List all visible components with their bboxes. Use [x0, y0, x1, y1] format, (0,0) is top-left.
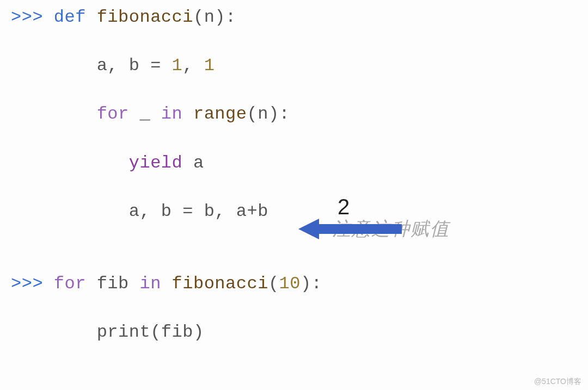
keyword-for: for — [54, 274, 86, 294]
footer-watermark: @51CTO博客 — [534, 377, 581, 387]
code-block: >>> def fibonacci(n): a, b = 1, 1 for _ … — [0, 0, 588, 344]
arrow-left-icon — [298, 216, 405, 242]
code-line-4: yield a — [11, 151, 588, 175]
indent — [11, 55, 97, 76]
id-fib: fib — [97, 274, 129, 294]
indent — [11, 104, 97, 124]
code-line-3: for _ in range(n): — [11, 102, 588, 126]
repl-prompt: >>> — [11, 274, 54, 294]
annotation-number: 2 — [338, 195, 350, 219]
tuple-swap: a, b = b, a+b — [129, 201, 268, 221]
indent — [11, 201, 129, 221]
print-call: print(fib) — [97, 322, 204, 342]
fn-fibonacci: fibonacci — [97, 7, 193, 27]
fn-fibonacci-call: fibonacci — [172, 274, 268, 294]
indent — [11, 153, 129, 173]
fn-range: range — [193, 104, 247, 124]
keyword-in: in — [161, 104, 182, 124]
space — [182, 153, 193, 173]
loop-var: _ — [129, 104, 161, 124]
svg-marker-0 — [298, 219, 402, 239]
space — [86, 7, 97, 27]
lhs-ab: a, b = — [97, 55, 172, 76]
range-args: (n): — [247, 104, 290, 124]
space — [129, 274, 140, 294]
code-line-6: >>> for fib in fibonacci(10): — [11, 272, 588, 295]
keyword-def: def — [54, 7, 86, 27]
comma: , — [182, 55, 204, 76]
id-a: a — [193, 153, 204, 173]
keyword-in: in — [139, 274, 161, 294]
num-10: 10 — [279, 274, 301, 294]
space — [161, 274, 172, 294]
keyword-for: for — [97, 104, 129, 124]
repl-prompt: >>> — [11, 7, 54, 27]
code-line-1: >>> def fibonacci(n): — [11, 5, 588, 29]
tail: ): — [301, 274, 322, 294]
code-line-7: print(fib) — [11, 320, 588, 344]
num-1: 1 — [172, 55, 183, 76]
space — [86, 274, 97, 294]
code-line-2: a, b = 1, 1 — [11, 54, 588, 77]
params-n: (n): — [193, 7, 236, 27]
space — [182, 104, 193, 124]
indent — [11, 322, 97, 342]
keyword-yield: yield — [129, 153, 183, 173]
num-1b: 1 — [204, 55, 215, 76]
open-paren: ( — [268, 274, 279, 294]
